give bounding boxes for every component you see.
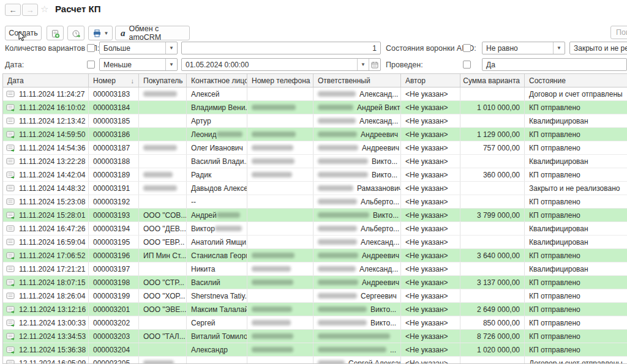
column-header-buyer[interactable]: Покупатель [139,74,187,87]
cell-date: 11.11.2024 17:06:52 [19,251,85,260]
document-icon [6,198,15,206]
filter-funnel-value-input[interactable]: Закрыто и не реализов [569,42,627,54]
column-header-state[interactable]: Состояние [525,74,627,87]
cell-responsible: Викто... [314,168,401,181]
redacted-text [318,306,367,312]
set-period-button[interactable] [67,26,84,40]
cell-number: 000003186 [89,128,139,141]
cell-date: 12.11.2024 13:12:16 [19,305,86,314]
cell-date: 11.11.2024 18:07:15 [19,278,85,287]
back-button[interactable]: ← [5,4,21,16]
cell-state: Квалифицирован [525,236,627,248]
cell-phone [247,141,314,154]
cell-buyer [139,195,187,208]
filter-date-checkbox[interactable] [87,61,95,69]
column-header-responsible[interactable]: Ответственный [314,74,401,87]
cell-responsible: Андреевич [314,249,401,262]
column-header-phone[interactable]: Номер телефона [247,74,314,87]
document-posted-icon [6,319,15,327]
filter-funnel-checkbox[interactable] [463,44,471,52]
column-header-date[interactable]: Дата [3,74,89,87]
table-row[interactable]: 11.11.2024 14:48:32 000003191 Давыдов Ал… [3,182,627,195]
cell-phone [247,182,314,195]
table-row[interactable]: 11.11.2024 12:13:42 000003185 Артур Алек… [3,114,627,128]
chevron-down-icon[interactable]: ▼ [357,59,369,70]
cell-date: 11.11.2024 14:42:04 [19,171,85,179]
document-posted-icon [6,279,15,286]
favorite-star-icon[interactable]: ☆ [40,4,48,15]
cell-responsible: Андреевич [314,141,401,154]
table-row[interactable]: 11.11.2024 14:54:36 000003187 Олег Ивано… [3,141,627,155]
cell-responsible: Альберто... [314,195,401,208]
table-row[interactable]: 11.11.2024 18:07:15 000003198 ООО "СТР..… [3,276,627,289]
chevron-down-icon[interactable]: ▼ [553,42,565,54]
table-row[interactable]: 12.11.2024 13:34:53 000003203 ООО "ТАЛ..… [3,330,627,343]
cell-buyer [139,141,187,154]
redacted-text [252,320,291,325]
cell-state: КП отправлено [525,316,627,329]
copy-document-button[interactable] [47,26,64,40]
redacted-text [318,145,358,150]
amocrm-exchange-button[interactable]: a Обмен с amoCRM [115,26,190,40]
table-row[interactable]: 11.11.2024 14:42:04 000003189 Радик Викт… [3,168,627,182]
cell-number: 000003184 [89,101,139,114]
document-posted-icon [6,212,15,219]
table-row[interactable]: 11.11.2024 16:47:26 000003194 ООО "ДЕВ..… [3,222,627,236]
calendar-icon[interactable] [369,59,380,70]
chevron-down-icon[interactable]: ▼ [165,59,177,70]
document-posted-icon [6,144,15,152]
cell-state: КП отправлено [525,101,627,114]
table-row[interactable]: 11.11.2024 14:59:50 000003186 Леонид Анд… [3,128,627,141]
table-row[interactable]: 11.11.2024 11:24:27 000003183 Алексей Ал… [3,87,627,101]
table-row[interactable]: 12.11.2024 13:00:33 000003202 Сергей Вик… [3,316,627,330]
document-icon [6,185,15,192]
column-header-number[interactable]: Номер↓ [89,74,139,87]
document-posted-icon [6,346,15,354]
cell-author: <Не указан> [401,343,460,356]
table-row[interactable]: 11.11.2024 17:21:21 000003197 Никита Але… [3,262,627,276]
redacted-text [143,185,177,191]
filter-posted-checkbox[interactable] [463,61,471,69]
filter-date-operator-select[interactable]: Меньше ▼ [99,58,178,71]
cell-state: КП отправлено [525,128,627,141]
cell-contact: Виктор [187,222,247,235]
table-row[interactable]: 11.11.2024 17:06:52 000003196 ИП Мин Ст.… [3,249,627,262]
table-row[interactable]: 11.11.2024 15:23:08 000003192 -- Альберт… [3,195,627,209]
mouse-cursor [18,31,28,44]
filter-variants-value-input[interactable]: 1 [181,42,381,54]
table-row[interactable]: 12.11.2024 15:36:38 000003204 Александр … [3,343,627,357]
table-row[interactable]: 11.11.2024 13:22:28 000003188 Василий Вл… [3,155,627,168]
table-row[interactable]: 12.11.2024 13:12:16 000003201 ООО "ЭВЕ..… [3,303,627,316]
search-button[interactable]: Поис [610,26,627,39]
column-header-contact[interactable]: Контактное лицо [187,74,247,87]
print-button[interactable]: ▼ [88,26,113,40]
cell-contact: Радик [187,168,247,181]
filter-variants-operator-select[interactable]: Больше ▼ [99,42,178,54]
filter-funnel-operator-select[interactable]: Не равно ▼ [482,42,565,54]
chevron-down-icon[interactable]: ▼ [165,42,177,54]
filter-posted-value-input[interactable]: Да [482,58,627,71]
table-row[interactable]: 11.11.2024 16:59:04 000003195 ООО "ЕВР..… [3,236,627,249]
filter-date-value-input[interactable]: 01.05.2024 0:00:00 ▼ [181,58,381,71]
table-row[interactable]: 11.11.2024 16:10:02 000003184 Владимир В… [3,101,627,114]
cell-contact: Андрей [187,209,247,221]
cell-sum: 8 726 000,00 [460,330,525,343]
cell-author: <Не указан> [401,289,460,302]
filter-variants-checkbox[interactable] [87,44,95,52]
cell-date: 11.11.2024 13:22:28 [19,157,85,166]
document-icon [6,91,15,98]
table-row[interactable]: 12.11.2024 16:05:09 000003205 Сергей Але… [3,357,627,364]
redacted-text [318,253,358,258]
column-header-sum[interactable]: Сумма варианта [460,74,525,87]
cell-date: 12.11.2024 15:36:38 [19,346,86,354]
cell-responsible: Андреевич [314,128,401,141]
cell-contact: Василий Влади... [187,155,247,168]
column-header-author[interactable]: Автор [401,74,460,87]
redacted-text [318,118,356,124]
table-row[interactable]: 11.11.2024 18:26:04 000003199 ООО "ХОР..… [3,289,627,303]
table-row[interactable]: 11.11.2024 15:28:01 000003193 ООО "СОВ..… [3,209,627,222]
cell-sum: 1 129 000,00 [460,128,525,141]
printer-icon [92,29,102,37]
filter-date-value: 01.05.2024 0:00:00 [182,61,357,69]
forward-button[interactable]: → [22,4,38,16]
